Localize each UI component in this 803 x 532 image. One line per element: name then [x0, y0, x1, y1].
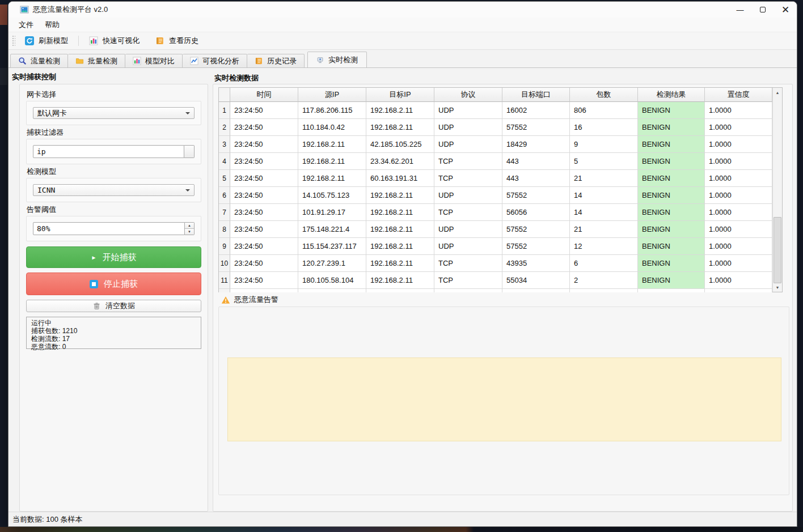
cell-protocol[interactable]: TCP: [434, 255, 502, 272]
cell-protocol[interactable]: TCP: [434, 153, 502, 170]
cell-protocol[interactable]: UDP: [434, 119, 502, 136]
cell-source-ip[interactable]: 180.105.58.104: [298, 272, 366, 289]
cell-time[interactable]: 23:24:50: [230, 187, 298, 204]
cell-packet-count[interactable]: 21: [570, 170, 638, 187]
cell-result[interactable]: BENIGN: [638, 272, 705, 289]
nic-select-combobox[interactable]: 默认网卡: [33, 107, 195, 119]
row-number-cell[interactable]: 11: [219, 272, 230, 289]
table-row[interactable]: 5 23:24:50 192.168.2.11 60.163.191.31 TC…: [219, 170, 772, 187]
header-confidence[interactable]: 置信度: [705, 88, 772, 102]
cell-time[interactable]: 23:24:50: [230, 102, 298, 119]
header-protocol[interactable]: 协议: [434, 88, 502, 102]
cell-confidence[interactable]: 1.0000: [705, 204, 772, 221]
cell-dest-port[interactable]: 56056: [502, 204, 570, 221]
cell-protocol[interactable]: UDP: [434, 102, 502, 119]
cell-packet-count[interactable]: 21: [570, 221, 638, 238]
cell-source-ip[interactable]: 120.27.239.1: [298, 255, 366, 272]
cell-time[interactable]: 23:24:50: [230, 204, 298, 221]
cell-dest-ip[interactable]: 192.168.2.11: [366, 119, 434, 136]
cell-time[interactable]: 23:24:50: [230, 136, 298, 153]
cell-packet-count[interactable]: 16: [570, 119, 638, 136]
cell-packet-count[interactable]: 806: [570, 102, 638, 119]
cell-confidence[interactable]: 1.0000: [705, 102, 772, 119]
close-button[interactable]: ✕: [774, 2, 797, 18]
table-scrollbar[interactable]: ▲ ▼: [772, 88, 782, 292]
cell-result[interactable]: BENIGN: [638, 255, 705, 272]
cell-dest-ip[interactable]: 60.163.191.31: [366, 170, 434, 187]
cell-confidence[interactable]: 1.0000: [705, 255, 772, 272]
table-row[interactable]: 10 23:24:50 120.27.239.1 192.168.2.11 TC…: [219, 255, 772, 272]
cell-result[interactable]: BENIGN: [638, 238, 705, 255]
cell-result[interactable]: BENIGN: [638, 221, 705, 238]
cell-source-ip[interactable]: 175.148.221.4: [298, 221, 366, 238]
spin-down-button[interactable]: ▼: [185, 229, 194, 235]
cell-packet-count[interactable]: 9: [570, 136, 638, 153]
cell-dest-port[interactable]: 443: [502, 170, 570, 187]
cell-time[interactable]: 23:24:50: [230, 255, 298, 272]
header-result[interactable]: 检测结果: [638, 88, 705, 102]
cell-confidence[interactable]: 1.0000: [705, 136, 772, 153]
cell-protocol[interactable]: UDP: [434, 136, 502, 153]
cell-protocol[interactable]: UDP: [434, 221, 502, 238]
cell-dest-port[interactable]: 55034: [502, 272, 570, 289]
table-row[interactable]: 7 23:24:50 101.91.29.17 192.168.2.11 TCP…: [219, 204, 772, 221]
cell-confidence[interactable]: 1.0000: [705, 187, 772, 204]
corner-header-cell[interactable]: [219, 88, 230, 102]
cell-result[interactable]: BENIGN: [638, 119, 705, 136]
cell-confidence[interactable]: 1.0000: [705, 272, 772, 289]
table-row[interactable]: 3 23:24:50 192.168.2.11 42.185.105.225 U…: [219, 136, 772, 153]
view-history-button[interactable]: 查看历史: [150, 33, 204, 48]
cell-dest-port[interactable]: 43935: [502, 255, 570, 272]
cell-confidence[interactable]: 1.0000: [705, 170, 772, 187]
capture-filter-combobox[interactable]: ip: [33, 145, 195, 158]
tab-batch-detection[interactable]: 批量检测: [68, 54, 125, 68]
cell-protocol[interactable]: UDP: [434, 238, 502, 255]
header-packet-count[interactable]: 包数: [570, 88, 638, 102]
cell-source-ip[interactable]: 117.86.206.115: [298, 102, 366, 119]
cell-confidence[interactable]: 1.0000: [705, 221, 772, 238]
menu-help[interactable]: 帮助: [39, 18, 65, 32]
cell-result[interactable]: BENIGN: [638, 102, 705, 119]
cell-dest-ip[interactable]: 192.168.2.11: [366, 272, 434, 289]
header-time[interactable]: 时间: [230, 88, 298, 102]
start-capture-button[interactable]: ► 开始捕获: [26, 246, 201, 268]
tab-visual-analysis[interactable]: 可视化分析: [183, 54, 247, 68]
cell-dest-port[interactable]: 57552: [502, 238, 570, 255]
cell-dest-port[interactable]: 57552: [502, 119, 570, 136]
header-dest-port[interactable]: 目标端口: [502, 88, 570, 102]
row-number-cell[interactable]: 1: [219, 102, 230, 119]
cell-dest-port[interactable]: 57552: [502, 221, 570, 238]
cell-source-ip[interactable]: 110.184.0.42: [298, 119, 366, 136]
alert-threshold-spinbox[interactable]: 80% ▲ ▼: [33, 222, 195, 235]
clear-data-button[interactable]: 清空数据: [26, 300, 201, 312]
table-row[interactable]: 4 23:24:50 192.168.2.11 23.34.62.201 TCP…: [219, 153, 772, 170]
row-number-cell[interactable]: 2: [219, 119, 230, 136]
cell-time[interactable]: 23:24:50: [230, 238, 298, 255]
cell-confidence[interactable]: 1.0000: [705, 238, 772, 255]
cell-packet-count[interactable]: 2: [570, 272, 638, 289]
cell-dest-ip[interactable]: 192.168.2.11: [366, 204, 434, 221]
cell-packet-count[interactable]: 14: [570, 204, 638, 221]
cell-dest-ip[interactable]: 23.34.62.201: [366, 153, 434, 170]
cell-confidence[interactable]: 1.0000: [705, 119, 772, 136]
tab-history-records[interactable]: 历史记录: [247, 54, 305, 68]
capture-filter-input[interactable]: ip: [33, 145, 184, 158]
row-number-cell[interactable]: 7: [219, 204, 230, 221]
capture-filter-dropdown-button[interactable]: [184, 145, 195, 158]
cell-result[interactable]: BENIGN: [638, 136, 705, 153]
row-number-cell[interactable]: 4: [219, 153, 230, 170]
cell-result[interactable]: BENIGN: [638, 170, 705, 187]
cell-dest-ip[interactable]: 192.168.2.11: [366, 187, 434, 204]
row-number-cell[interactable]: 8: [219, 221, 230, 238]
refresh-model-button[interactable]: 刷新模型: [20, 33, 73, 48]
row-number-cell[interactable]: 5: [219, 170, 230, 187]
stop-capture-button[interactable]: 停止捕获: [26, 273, 201, 295]
cell-packet-count[interactable]: 14: [570, 187, 638, 204]
tab-model-compare[interactable]: 模型对比: [125, 54, 183, 68]
cell-dest-port[interactable]: 18429: [502, 136, 570, 153]
table-row[interactable]: 2 23:24:50 110.184.0.42 192.168.2.11 UDP…: [219, 119, 772, 136]
cell-dest-ip[interactable]: 42.185.105.225: [366, 136, 434, 153]
row-number-cell[interactable]: 3: [219, 136, 230, 153]
cell-protocol[interactable]: TCP: [434, 272, 502, 289]
cell-source-ip[interactable]: 115.154.237.117: [298, 238, 366, 255]
